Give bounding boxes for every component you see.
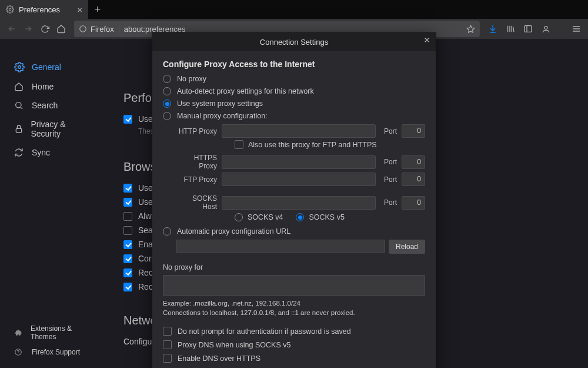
http-port-input[interactable]: 0 — [402, 124, 425, 138]
tab-title: Preferences — [19, 5, 60, 14]
radio-autoconfig-url[interactable]: Automatic proxy configuration URL — [163, 227, 425, 236]
firefox-logo-icon — [79, 25, 87, 33]
https-proxy-label: HTTPS Proxy — [176, 154, 217, 170]
no-proxy-textarea[interactable] — [163, 275, 425, 296]
dialog-mask: Connection Settings Configure Proxy Acce… — [0, 39, 588, 368]
radio-manual-proxy[interactable]: Manual proxy configuration: — [163, 112, 425, 120]
ftp-proxy-label: FTP Proxy — [176, 175, 217, 184]
svg-point-1 — [80, 26, 86, 32]
no-proxy-example: Example: .mozilla.org, .net.nz, 192.168.… — [163, 300, 425, 307]
no-auth-prompt-checkbox[interactable]: Do not prompt for authentication if pass… — [163, 327, 425, 336]
autoconfig-url-input[interactable] — [176, 240, 385, 253]
radio-socks4[interactable] — [235, 213, 243, 221]
ftp-proxy-input[interactable] — [222, 173, 376, 186]
dialog-heading: Configure Proxy Access to the Internet — [163, 59, 425, 69]
dns-https-checkbox[interactable]: Enable DNS over HTTPS — [163, 354, 425, 363]
socks-host-label: SOCKS Host — [176, 194, 217, 211]
tab-strip: Preferences × + — [0, 0, 588, 19]
ftp-port-input[interactable]: 0 — [402, 173, 425, 186]
library-button[interactable] — [502, 21, 519, 37]
identity-box[interactable]: Firefox — [79, 25, 119, 34]
reload-button[interactable] — [36, 21, 53, 37]
https-proxy-input[interactable] — [222, 155, 376, 169]
dialog-title-bar: Connection Settings — [152, 32, 436, 51]
identity-label: Firefox — [91, 25, 114, 34]
new-tab-button[interactable]: + — [88, 0, 107, 19]
socks-host-input[interactable] — [222, 196, 376, 210]
proxy-dns-socks5-checkbox[interactable]: Proxy DNS when using SOCKS v5 — [163, 340, 425, 349]
shared-proxy-checkbox[interactable]: Also use this proxy for FTP and HTTPS — [235, 140, 425, 149]
gear-icon — [6, 5, 14, 14]
https-port-input[interactable]: 0 — [402, 155, 425, 169]
bookmark-star-icon[interactable] — [466, 25, 475, 34]
close-icon[interactable]: × — [77, 5, 82, 15]
radio-system-proxy[interactable]: Use system proxy settings — [163, 100, 425, 108]
forward-button[interactable] — [20, 21, 36, 37]
socks-port-input[interactable]: 0 — [402, 196, 425, 210]
svg-rect-3 — [524, 26, 532, 32]
account-button[interactable] — [537, 21, 554, 37]
tab-preferences[interactable]: Preferences × — [0, 0, 88, 19]
radio-no-proxy[interactable]: No proxy — [163, 75, 425, 83]
no-proxy-label: No proxy for — [163, 263, 425, 271]
localhost-hint: Connections to localhost, 127.0.0.1/8, a… — [163, 309, 425, 316]
port-label: Port — [384, 127, 397, 135]
http-proxy-input[interactable] — [222, 124, 376, 138]
connection-settings-dialog: Connection Settings Configure Proxy Acce… — [152, 32, 436, 368]
menu-button[interactable] — [568, 21, 584, 37]
svg-marker-2 — [467, 25, 475, 32]
dialog-title: Connection Settings — [260, 38, 328, 47]
http-proxy-label: HTTP Proxy — [176, 127, 217, 135]
svg-point-0 — [9, 8, 11, 11]
svg-point-4 — [544, 26, 547, 29]
radio-auto-detect[interactable]: Auto-detect proxy settings for this netw… — [163, 87, 425, 95]
sidebar-toggle-button[interactable] — [520, 21, 536, 37]
radio-socks5[interactable] — [296, 213, 304, 221]
close-icon[interactable] — [423, 36, 431, 44]
back-button[interactable] — [4, 21, 20, 37]
reload-button[interactable]: Reload — [389, 240, 425, 254]
downloads-button[interactable] — [485, 21, 501, 37]
home-button[interactable] — [53, 21, 69, 37]
